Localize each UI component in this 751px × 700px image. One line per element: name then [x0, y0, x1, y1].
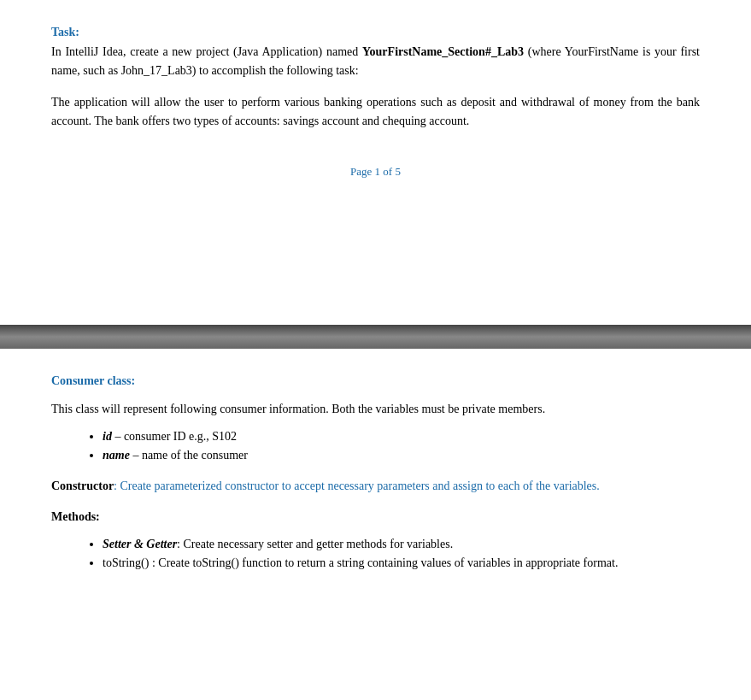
project-name: YourFirstName_Section#_Lab3: [362, 45, 524, 58]
list-item: id – consumer ID e.g., S102: [103, 427, 700, 446]
methods-header: Methods:: [51, 508, 700, 526]
task-description-2: The application will allow the user to p…: [51, 93, 700, 130]
setter-getter-text: : Create necessary setter and getter met…: [177, 538, 453, 550]
list-item: Setter & Getter: Create necessary setter…: [103, 535, 700, 554]
task-label: Task:: [51, 26, 700, 39]
page-1-content: Task: In IntelliJ Idea, create a new pro…: [0, 0, 751, 325]
task-description: In IntelliJ Idea, create a new project (…: [51, 43, 700, 79]
page-2-content: Consumer class: This class will represen…: [0, 349, 751, 620]
field-name-bold: name: [103, 449, 130, 462]
constructor-description: Constructor: Create parameterized constr…: [51, 477, 700, 496]
field-id-text: – consumer ID e.g., S102: [112, 430, 237, 443]
document-page: Task: In IntelliJ Idea, create a new pro…: [0, 0, 751, 700]
field-id-bold: id: [103, 430, 112, 443]
field-name-text: – name of the consumer: [130, 449, 248, 462]
setter-getter-bold: Setter & Getter: [103, 538, 177, 550]
page-divider: [0, 325, 751, 349]
page-number: Page 1 of 5: [51, 165, 700, 179]
constructor-label: Constructor: [51, 479, 114, 492]
constructor-text: : Create parameterized constructor to ac…: [114, 479, 600, 492]
consumer-intro: This class will represent following cons…: [51, 400, 700, 419]
list-item: toString() : Create toString() function …: [103, 554, 700, 573]
list-item: name – name of the consumer: [103, 446, 700, 465]
tostring-bold: toString() :: [103, 556, 155, 569]
methods-label: Methods:: [51, 510, 100, 523]
methods-list: Setter & Getter: Create necessary setter…: [103, 535, 700, 574]
consumer-fields-list: id – consumer ID e.g., S102 name – name …: [103, 427, 700, 466]
consumer-class-title: Consumer class:: [51, 374, 700, 388]
tostring-text: Create toString() function to return a s…: [155, 556, 619, 569]
